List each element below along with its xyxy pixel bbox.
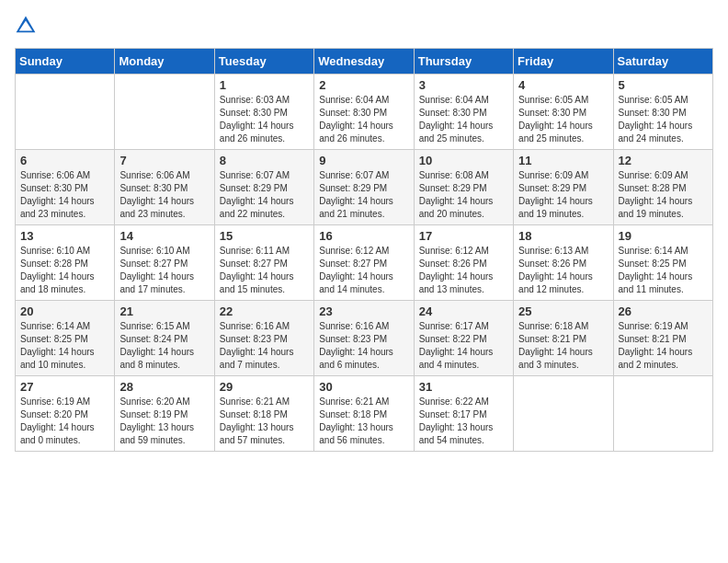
day-number: 7 [119,154,209,167]
day-info: Sunrise: 6:16 AM Sunset: 8:23 PM Dayligh… [319,320,408,372]
calendar-day-cell: 3Sunrise: 6:04 AM Sunset: 8:30 PM Daylig… [414,75,513,150]
calendar-week-row: 13Sunrise: 6:10 AM Sunset: 8:28 PM Dayli… [16,225,713,301]
day-info: Sunrise: 6:17 AM Sunset: 8:22 PM Dayligh… [419,320,508,372]
day-number: 4 [518,78,608,92]
day-info: Sunrise: 6:06 AM Sunset: 8:30 PM Dayligh… [119,169,209,221]
calendar-day-cell [16,75,115,150]
calendar-day-cell: 21Sunrise: 6:15 AM Sunset: 8:24 PM Dayli… [115,301,214,376]
day-of-week-header: Monday [115,49,214,75]
day-info: Sunrise: 6:14 AM Sunset: 8:25 PM Dayligh… [20,320,109,372]
calendar-table: SundayMondayTuesdayWednesdayThursdayFrid… [15,48,713,452]
day-info: Sunrise: 6:11 AM Sunset: 8:27 PM Dayligh… [220,245,309,296]
calendar-day-cell: 15Sunrise: 6:11 AM Sunset: 8:27 PM Dayli… [214,225,313,301]
calendar-day-cell: 19Sunrise: 6:14 AM Sunset: 8:25 PM Dayli… [613,225,712,301]
day-info: Sunrise: 6:20 AM Sunset: 8:19 PM Dayligh… [119,396,209,447]
day-info: Sunrise: 6:06 AM Sunset: 8:30 PM Dayligh… [20,169,109,221]
day-info: Sunrise: 6:14 AM Sunset: 8:25 PM Dayligh… [619,245,708,296]
day-info: Sunrise: 6:09 AM Sunset: 8:29 PM Dayligh… [518,169,608,221]
day-number: 26 [619,304,708,318]
day-of-week-header: Thursday [414,49,513,75]
day-number: 20 [20,304,109,318]
calendar-day-cell: 24Sunrise: 6:17 AM Sunset: 8:22 PM Dayli… [414,301,513,376]
day-number: 31 [419,380,508,394]
calendar-day-cell: 1Sunrise: 6:03 AM Sunset: 8:30 PM Daylig… [214,75,313,150]
day-info: Sunrise: 6:10 AM Sunset: 8:27 PM Dayligh… [119,245,209,296]
day-info: Sunrise: 6:15 AM Sunset: 8:24 PM Dayligh… [119,320,209,372]
calendar-day-cell: 31Sunrise: 6:22 AM Sunset: 8:17 PM Dayli… [414,376,513,452]
day-info: Sunrise: 6:04 AM Sunset: 8:30 PM Dayligh… [319,94,408,145]
calendar-day-cell: 23Sunrise: 6:16 AM Sunset: 8:23 PM Dayli… [314,301,414,376]
day-info: Sunrise: 6:07 AM Sunset: 8:29 PM Dayligh… [319,169,408,221]
calendar-day-cell: 5Sunrise: 6:05 AM Sunset: 8:30 PM Daylig… [613,75,712,150]
day-number: 21 [119,304,209,318]
day-number: 29 [220,380,309,394]
calendar-day-cell: 8Sunrise: 6:07 AM Sunset: 8:29 PM Daylig… [214,150,313,225]
calendar-week-row: 1Sunrise: 6:03 AM Sunset: 8:30 PM Daylig… [16,75,713,150]
day-of-week-header: Sunday [16,49,115,75]
day-of-week-header: Tuesday [214,49,313,75]
day-info: Sunrise: 6:10 AM Sunset: 8:28 PM Dayligh… [20,245,109,296]
day-number: 24 [419,304,508,318]
day-number: 28 [119,380,209,394]
day-of-week-header: Saturday [613,49,712,75]
day-info: Sunrise: 6:19 AM Sunset: 8:21 PM Dayligh… [619,320,708,372]
day-number: 19 [619,229,708,243]
logo [15,15,40,37]
page-header [15,15,713,37]
day-info: Sunrise: 6:18 AM Sunset: 8:21 PM Dayligh… [518,320,608,372]
day-number: 23 [319,304,408,318]
calendar-day-cell: 29Sunrise: 6:21 AM Sunset: 8:18 PM Dayli… [214,376,313,452]
day-number: 10 [419,154,508,167]
day-info: Sunrise: 6:13 AM Sunset: 8:26 PM Dayligh… [518,245,608,296]
day-info: Sunrise: 6:16 AM Sunset: 8:23 PM Dayligh… [220,320,309,372]
calendar-day-cell: 2Sunrise: 6:04 AM Sunset: 8:30 PM Daylig… [314,75,414,150]
day-info: Sunrise: 6:05 AM Sunset: 8:30 PM Dayligh… [619,94,708,145]
calendar-day-cell: 25Sunrise: 6:18 AM Sunset: 8:21 PM Dayli… [514,301,613,376]
calendar-day-cell: 28Sunrise: 6:20 AM Sunset: 8:19 PM Dayli… [115,376,214,452]
calendar-week-row: 6Sunrise: 6:06 AM Sunset: 8:30 PM Daylig… [16,150,713,225]
calendar-day-cell: 16Sunrise: 6:12 AM Sunset: 8:27 PM Dayli… [314,225,414,301]
day-info: Sunrise: 6:04 AM Sunset: 8:30 PM Dayligh… [419,94,508,145]
day-number: 13 [20,229,109,243]
day-number: 18 [518,229,608,243]
day-of-week-header: Friday [514,49,613,75]
calendar-week-row: 27Sunrise: 6:19 AM Sunset: 8:20 PM Dayli… [16,376,713,452]
day-number: 9 [319,154,408,167]
day-number: 27 [20,380,109,394]
calendar-day-cell: 22Sunrise: 6:16 AM Sunset: 8:23 PM Dayli… [214,301,313,376]
day-number: 6 [20,154,109,167]
day-number: 14 [119,229,209,243]
calendar-day-cell: 11Sunrise: 6:09 AM Sunset: 8:29 PM Dayli… [514,150,613,225]
day-number: 30 [319,380,408,394]
day-number: 15 [220,229,309,243]
day-info: Sunrise: 6:22 AM Sunset: 8:17 PM Dayligh… [419,396,508,447]
day-info: Sunrise: 6:07 AM Sunset: 8:29 PM Dayligh… [220,169,309,221]
day-number: 8 [220,154,309,167]
calendar-day-cell: 20Sunrise: 6:14 AM Sunset: 8:25 PM Dayli… [16,301,115,376]
calendar-day-cell: 14Sunrise: 6:10 AM Sunset: 8:27 PM Dayli… [115,225,214,301]
day-number: 5 [619,78,708,92]
day-info: Sunrise: 6:09 AM Sunset: 8:28 PM Dayligh… [619,169,708,221]
day-number: 3 [419,78,508,92]
day-number: 12 [619,154,708,167]
calendar-day-cell: 12Sunrise: 6:09 AM Sunset: 8:28 PM Dayli… [613,150,712,225]
day-number: 2 [319,78,408,92]
day-info: Sunrise: 6:08 AM Sunset: 8:29 PM Dayligh… [419,169,508,221]
calendar-day-cell: 18Sunrise: 6:13 AM Sunset: 8:26 PM Dayli… [514,225,613,301]
day-number: 11 [518,154,608,167]
day-number: 22 [220,304,309,318]
calendar-day-cell: 10Sunrise: 6:08 AM Sunset: 8:29 PM Dayli… [414,150,513,225]
calendar-day-cell: 27Sunrise: 6:19 AM Sunset: 8:20 PM Dayli… [16,376,115,452]
day-info: Sunrise: 6:12 AM Sunset: 8:27 PM Dayligh… [319,245,408,296]
day-number: 17 [419,229,508,243]
logo-icon [15,15,37,37]
calendar-day-cell [514,376,613,452]
calendar-day-cell: 9Sunrise: 6:07 AM Sunset: 8:29 PM Daylig… [314,150,414,225]
calendar-day-cell: 4Sunrise: 6:05 AM Sunset: 8:30 PM Daylig… [514,75,613,150]
day-info: Sunrise: 6:03 AM Sunset: 8:30 PM Dayligh… [220,94,309,145]
day-number: 1 [220,78,309,92]
calendar-day-cell [115,75,214,150]
calendar-day-cell: 26Sunrise: 6:19 AM Sunset: 8:21 PM Dayli… [613,301,712,376]
calendar-day-cell [613,376,712,452]
day-info: Sunrise: 6:21 AM Sunset: 8:18 PM Dayligh… [220,396,309,447]
